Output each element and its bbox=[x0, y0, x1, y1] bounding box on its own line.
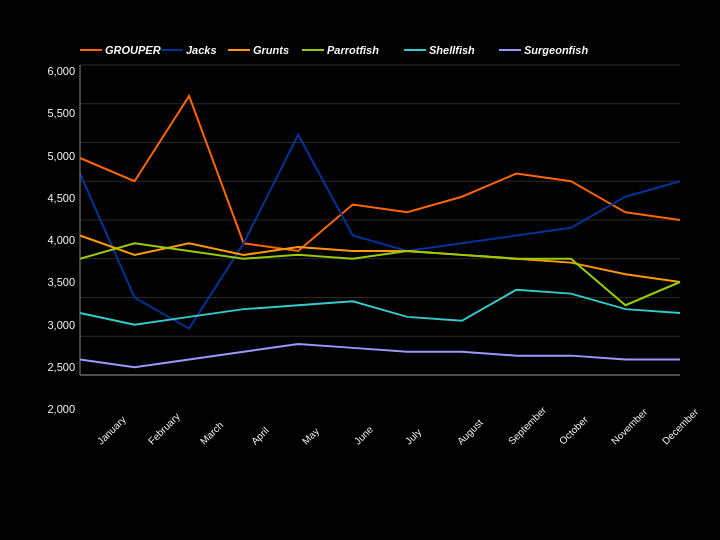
main-container: 6,0005,5005,0004,5004,0003,5003,0002,500… bbox=[0, 0, 720, 540]
svg-text:Parrotfish: Parrotfish bbox=[327, 44, 379, 56]
svg-text:Shellfish: Shellfish bbox=[429, 44, 475, 56]
chart-title bbox=[10, 10, 710, 35]
svg-text:Surgeonfish: Surgeonfish bbox=[524, 44, 588, 56]
chart-svg: GROUPERJacksGruntsParrotfishShellfishSur… bbox=[30, 35, 690, 455]
svg-text:Grunts: Grunts bbox=[253, 44, 289, 56]
svg-text:Jacks: Jacks bbox=[186, 44, 217, 56]
svg-text:GROUPER: GROUPER bbox=[105, 44, 161, 56]
chart-area: 6,0005,5005,0004,5004,0003,5003,0002,500… bbox=[30, 35, 690, 455]
